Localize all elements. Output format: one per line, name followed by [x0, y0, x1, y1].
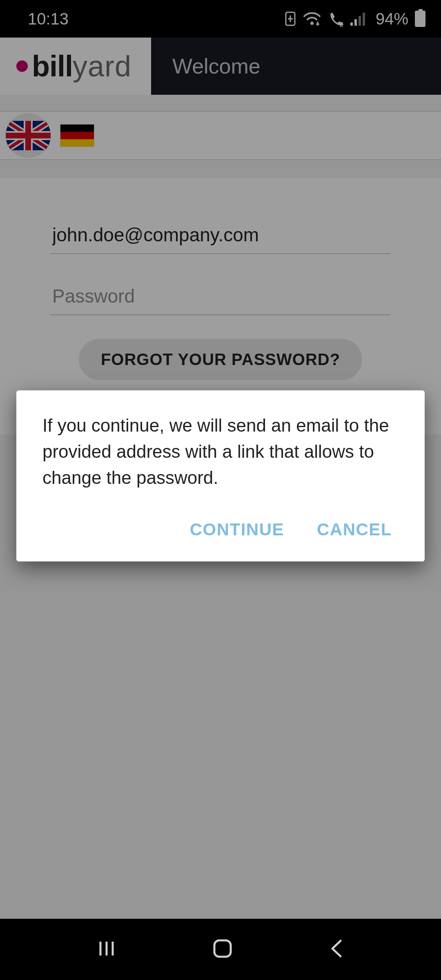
recents-button[interactable] — [96, 938, 118, 961]
android-nav-bar — [0, 919, 441, 980]
back-button[interactable] — [327, 938, 345, 961]
svg-rect-15 — [214, 940, 231, 957]
dialog-message: If you continue, we will send an email t… — [42, 412, 399, 490]
dialog-actions: CONTINUE CANCEL — [42, 514, 399, 545]
home-button[interactable] — [211, 937, 234, 962]
cancel-button[interactable]: CANCEL — [310, 514, 399, 545]
continue-button[interactable]: CONTINUE — [183, 514, 291, 545]
confirm-dialog: If you continue, we will send an email t… — [16, 390, 425, 561]
